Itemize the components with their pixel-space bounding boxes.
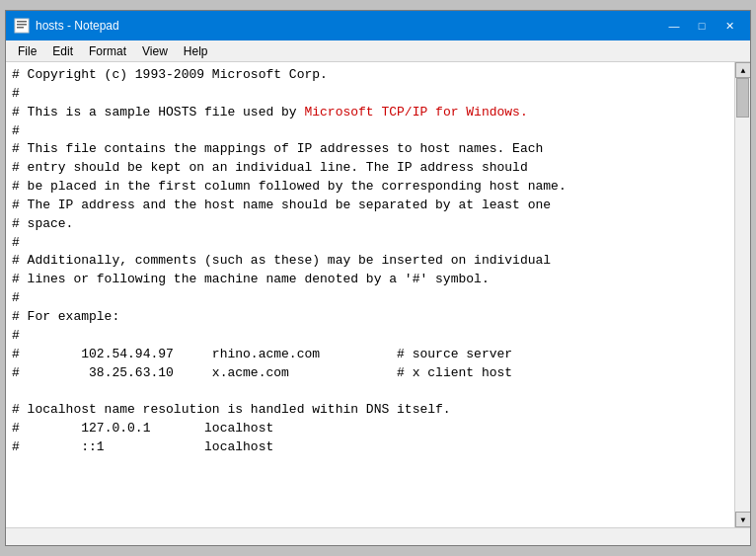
menu-format[interactable]: Format bbox=[81, 42, 134, 60]
window-title: hosts - Notepad bbox=[36, 19, 661, 33]
scroll-down-button[interactable]: ▼ bbox=[735, 512, 750, 527]
editor-area: # Copyright (c) 1993-2009 Microsoft Corp… bbox=[6, 62, 750, 527]
svg-rect-1 bbox=[17, 21, 27, 23]
line-1: # Copyright (c) 1993-2009 Microsoft Corp… bbox=[12, 67, 567, 454]
menu-bar: File Edit Format View Help bbox=[6, 40, 750, 62]
window-controls: — □ ✕ bbox=[661, 16, 742, 36]
notepad-window: hosts - Notepad — □ ✕ File Edit Format V… bbox=[5, 10, 751, 546]
menu-file[interactable]: File bbox=[10, 42, 44, 60]
minimize-button[interactable]: — bbox=[661, 16, 687, 36]
scroll-thumb[interactable] bbox=[736, 78, 749, 118]
status-bar bbox=[6, 527, 750, 545]
vertical-scrollbar: ▲ ▼ bbox=[734, 62, 750, 527]
menu-edit[interactable]: Edit bbox=[44, 42, 81, 60]
scroll-track[interactable] bbox=[735, 78, 750, 512]
maximize-button[interactable]: □ bbox=[689, 16, 715, 36]
app-icon bbox=[14, 18, 30, 34]
title-bar: hosts - Notepad — □ ✕ bbox=[6, 11, 750, 40]
menu-help[interactable]: Help bbox=[176, 42, 216, 60]
scroll-up-button[interactable]: ▲ bbox=[735, 62, 750, 78]
menu-view[interactable]: View bbox=[134, 42, 176, 60]
text-editor[interactable]: # Copyright (c) 1993-2009 Microsoft Corp… bbox=[6, 62, 734, 527]
close-button[interactable]: ✕ bbox=[717, 16, 742, 36]
svg-rect-2 bbox=[17, 24, 27, 26]
svg-rect-3 bbox=[17, 27, 24, 29]
